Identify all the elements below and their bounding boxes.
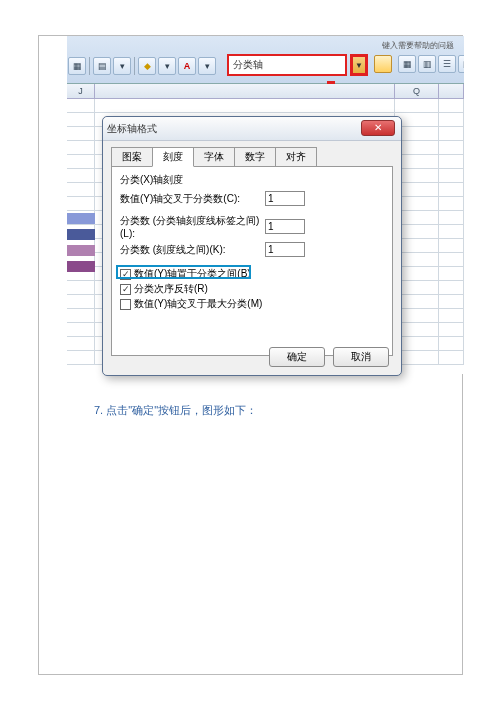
- chart-bar: [67, 245, 95, 256]
- dialog-tabs: 图案 刻度 字体 数字 对齐: [103, 141, 401, 167]
- tab-font[interactable]: 字体: [193, 147, 235, 167]
- col-header-j[interactable]: J: [67, 84, 95, 98]
- toolbar-row: ▦ ▤ ▾ ◆ ▾ A ▾: [67, 55, 217, 77]
- dropdown-icon[interactable]: ▾: [198, 57, 216, 75]
- fill-color-button[interactable]: ◆: [138, 57, 156, 75]
- form-row: 数值(Y)轴交叉于分类数(C): 1: [120, 191, 384, 206]
- toolbar-right: ▦ ▥ ☰ ▨ ◧: [397, 55, 464, 73]
- tab-pattern[interactable]: 图案: [111, 147, 153, 167]
- dropdown-value: 分类轴: [233, 58, 263, 72]
- step-caption: 7. 点击"确定"按钮后，图形如下：: [94, 403, 257, 418]
- toolbar-button[interactable]: ▦: [398, 55, 416, 73]
- document-page: 键入需要帮助的问题 ▦ ▤ ▾ ◆ ▾ A ▾ 分类轴 ▼ ▦ ▥ ☰ ▨ ◧: [38, 35, 463, 675]
- chart-bar: [67, 229, 95, 240]
- tick-interval-input[interactable]: 1: [265, 242, 305, 257]
- checkbox-label: 数值(Y)轴置于分类之间(B): [134, 267, 251, 281]
- table-row: [67, 99, 464, 113]
- chart-bar: [67, 213, 95, 224]
- tab-align[interactable]: 对齐: [275, 147, 317, 167]
- checkbox-reverse-order[interactable]: ✓: [120, 284, 131, 295]
- field-label: 分类数 (分类轴刻度线标签之间)(L):: [120, 214, 265, 239]
- dialog-title: 坐标轴格式: [107, 122, 157, 136]
- checkbox-between-categories[interactable]: ✓: [120, 269, 131, 280]
- checkbox-row: ✓ 分类次序反转(R): [120, 282, 384, 296]
- toolbar: 键入需要帮助的问题 ▦ ▤ ▾ ◆ ▾ A ▾ 分类轴 ▼ ▦ ▥ ☰ ▨ ◧: [67, 36, 464, 84]
- tab-number[interactable]: 数字: [234, 147, 276, 167]
- chart-bar: [67, 261, 95, 272]
- col-header-blank[interactable]: [95, 84, 395, 98]
- toolbar-button[interactable]: ▦: [68, 57, 86, 75]
- column-headers: J Q: [67, 84, 464, 99]
- close-icon: ✕: [374, 122, 382, 133]
- toolbar-button[interactable]: ▤: [93, 57, 111, 75]
- form-row: 分类数 (分类轴刻度线标签之间)(L): 1: [120, 214, 384, 239]
- tick-label-interval-input[interactable]: 1: [265, 219, 305, 234]
- axis-dropdown[interactable]: 分类轴: [227, 54, 347, 76]
- tab-scale[interactable]: 刻度: [152, 147, 194, 167]
- dropdown-icon[interactable]: ▾: [158, 57, 176, 75]
- font-color-button[interactable]: A: [178, 57, 196, 75]
- dropdown-arrow-button[interactable]: ▼: [350, 54, 368, 76]
- checkbox-label: 分类次序反转(R): [134, 282, 208, 296]
- chart-preview-button[interactable]: [374, 55, 392, 73]
- checkbox-cross-at-max[interactable]: [120, 299, 131, 310]
- ok-button[interactable]: 确定: [269, 347, 325, 367]
- toolbar-button[interactable]: ☰: [438, 55, 456, 73]
- dialog-panel: 分类(X)轴刻度 数值(Y)轴交叉于分类数(C): 1 分类数 (分类轴刻度线标…: [111, 166, 393, 356]
- separator: [134, 57, 135, 75]
- dialog-buttons: 确定 取消: [269, 347, 389, 367]
- col-header-q[interactable]: Q: [395, 84, 439, 98]
- toolbar-button[interactable]: ▨: [458, 55, 464, 73]
- dialog-titlebar[interactable]: 坐标轴格式 ✕: [103, 117, 401, 141]
- toolbar-button[interactable]: ▥: [418, 55, 436, 73]
- axis-format-dialog: 坐标轴格式 ✕ 图案 刻度 字体 数字 对齐 分类(X)轴刻度 数值(Y)轴交叉…: [102, 116, 402, 376]
- checkbox-row: 数值(Y)轴交叉于最大分类(M): [120, 297, 384, 311]
- toolbar-button[interactable]: ▾: [113, 57, 131, 75]
- cancel-button[interactable]: 取消: [333, 347, 389, 367]
- field-label: 分类数 (刻度线之间)(K):: [120, 243, 265, 257]
- cross-at-input[interactable]: 1: [265, 191, 305, 206]
- col-header-blank[interactable]: [439, 84, 464, 98]
- checkbox-label: 数值(Y)轴交叉于最大分类(M): [134, 297, 262, 311]
- close-button[interactable]: ✕: [361, 120, 395, 136]
- separator: [89, 57, 90, 75]
- panel-title: 分类(X)轴刻度: [120, 173, 384, 187]
- field-label: 数值(Y)轴交叉于分类数(C):: [120, 192, 265, 206]
- chevron-down-icon: ▼: [355, 61, 363, 70]
- checkbox-row: ✓ 数值(Y)轴置于分类之间(B): [120, 267, 384, 281]
- help-hint: 键入需要帮助的问题: [382, 40, 454, 51]
- form-row: 分类数 (刻度线之间)(K): 1: [120, 242, 384, 257]
